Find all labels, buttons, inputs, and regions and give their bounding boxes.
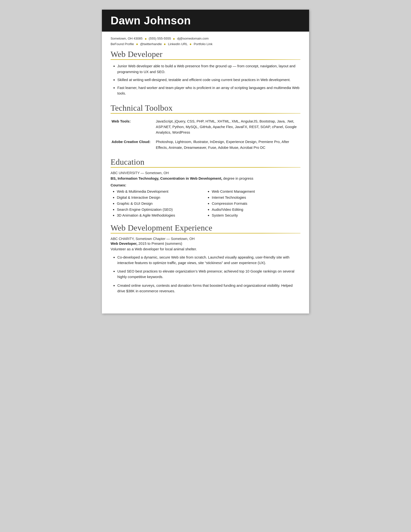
edu-courses-label: Courses: xyxy=(110,183,301,187)
toolbox-label-2: Adobe Creative Cloud: xyxy=(110,137,155,153)
contact-linkedin: LinkedIn URL xyxy=(168,42,187,46)
courses-col-1: Web & Multimedia Development Digital & I… xyxy=(110,189,205,218)
resume-page: Dawn Johnson Sometown, OH 43085 ◆ (555) … xyxy=(102,10,309,314)
contact-twitter: @twitterhandle xyxy=(140,42,162,46)
exp-org: ABC CHARITY, Sometown Chapter — Sometown… xyxy=(110,237,301,241)
contact-befound: BeFound Profile xyxy=(110,42,134,46)
exp-description: Volunteer as a Web developer for local a… xyxy=(110,247,301,252)
summary-list: Junior Web developer able to build a Web… xyxy=(110,63,301,96)
course-1-2: Digital & Interactive Design xyxy=(117,195,205,201)
contact-line1: Sometown, OH 43085 ◆ (555) 555-5555 ◆ dj… xyxy=(110,36,301,41)
toolbox-section-title: Technical Toolbox xyxy=(110,104,301,113)
toolbox-label-1: Web Tools: xyxy=(110,117,155,138)
exp-bullet-3: Created online surveys, contests and don… xyxy=(117,283,301,294)
edu-institution: ABC UNIVERSITY — Sometown, OH xyxy=(110,171,301,175)
contact-portfolio: Portfolio Link xyxy=(194,42,212,46)
course-2-5: System Security xyxy=(212,212,301,218)
course-2-2: Internet Technologies xyxy=(212,195,301,201)
edu-degree-bold: BS, Information Technology, Concentratio… xyxy=(110,176,222,180)
diamond-icon1: ◆ xyxy=(145,37,147,40)
exp-bullet-2: Used SEO best practices to elevate organ… xyxy=(117,268,301,280)
course-2-4: Audio/Video Editing xyxy=(212,207,301,213)
exp-title-bold: Web Developer, xyxy=(110,241,137,246)
contact-phone: (555) 555-5555 xyxy=(149,37,171,40)
summary-bullet-1: Junior Web developer able to build a Web… xyxy=(117,63,301,75)
contact-email: dj@somedomain.com xyxy=(177,37,209,40)
exp-title: Web Developer, 2015 to Present (summers) xyxy=(110,241,301,246)
contact-line2: BeFound Profile ◆ @twitterhandle ◆ Linke… xyxy=(110,41,301,47)
edu-degree: BS, Information Technology, Concentratio… xyxy=(110,176,301,181)
exp-title-suffix: 2015 to Present (summers) xyxy=(137,241,182,246)
exp-bullets: Co-developed a dynamic, secure Web site … xyxy=(110,254,301,294)
toolbox-row-1: Web Tools: JavaScript, jQuery, CSS, PHP,… xyxy=(110,117,301,138)
toolbox-section: Technical Toolbox Web Tools: JavaScript,… xyxy=(102,101,309,155)
course-2-1: Web Content Management xyxy=(212,189,301,195)
experience-section-title: Web Development Experience xyxy=(110,223,301,232)
contact-location: Sometown, OH 43085 xyxy=(110,37,143,40)
summary-bullet-2: Skilled at writing well-designed, testab… xyxy=(117,77,301,83)
education-section: Education ABC UNIVERSITY — Sometown, OH … xyxy=(102,155,309,221)
course-2-3: Compression Formats xyxy=(212,201,301,207)
courses-columns: Web & Multimedia Development Digital & I… xyxy=(110,189,301,218)
summary-section: Web Developer Junior Web developer able … xyxy=(102,47,309,101)
experience-section: Web Development Experience ABC CHARITY, … xyxy=(102,221,309,299)
toolbox-table: Web Tools: JavaScript, jQuery, CSS, PHP,… xyxy=(110,117,301,153)
summary-divider xyxy=(110,59,301,60)
education-divider xyxy=(110,167,301,168)
contact-info: Sometown, OH 43085 ◆ (555) 555-5555 ◆ dj… xyxy=(102,34,309,48)
header-name: Dawn Johnson xyxy=(110,14,301,27)
experience-divider xyxy=(110,233,301,233)
header-block: Dawn Johnson xyxy=(102,10,309,32)
edu-degree-suffix: degree in progress xyxy=(222,176,253,180)
summary-bullet-3: Fast learner, hard worker and team playe… xyxy=(117,85,301,96)
summary-section-title: Web Developer xyxy=(110,50,301,59)
diamond-icon5: ◆ xyxy=(190,43,192,45)
diamond-icon4: ◆ xyxy=(164,43,166,45)
toolbox-divider xyxy=(110,113,301,114)
education-section-title: Education xyxy=(110,157,301,167)
toolbox-row-2: Adobe Creative Cloud: Photoshop, Lightro… xyxy=(110,137,301,153)
toolbox-value-1: JavaScript, jQuery, CSS, PHP, HTML, XHTM… xyxy=(155,117,301,138)
diamond-icon3: ◆ xyxy=(136,43,138,45)
courses-col-2: Web Content Management Internet Technolo… xyxy=(205,189,301,218)
course-1-1: Web & Multimedia Development xyxy=(117,189,205,195)
course-1-3: Graphic & GUI Design xyxy=(117,201,205,207)
toolbox-value-2: Photoshop, Lightroom, Illustrator, InDes… xyxy=(155,137,301,153)
course-1-5: 3D Animation & Agile Methodologies xyxy=(117,212,205,218)
diamond-icon2: ◆ xyxy=(173,37,175,40)
exp-bullet-1: Co-developed a dynamic, secure Web site … xyxy=(117,254,301,266)
course-1-4: Search Engine Optimization (SEO) xyxy=(117,207,205,213)
